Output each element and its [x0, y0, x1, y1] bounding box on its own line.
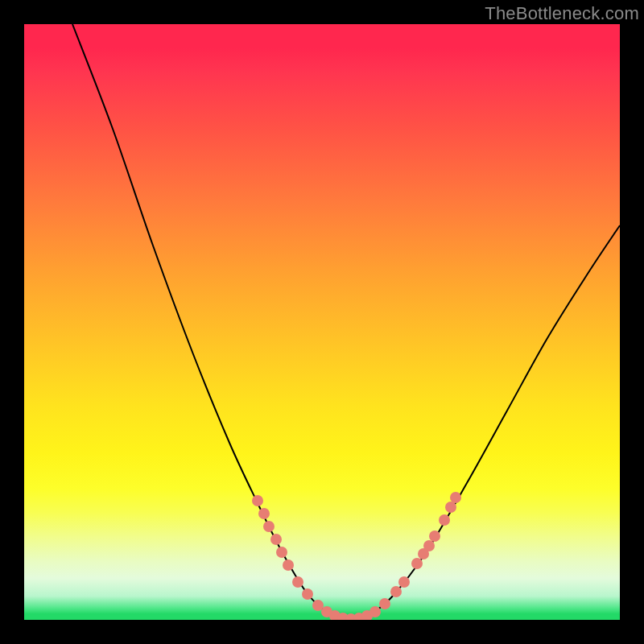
- left-cluster-dots: [252, 495, 313, 600]
- data-point: [429, 530, 440, 542]
- data-point: [390, 586, 402, 597]
- chart-container: TheBottleneck.com: [0, 0, 644, 644]
- curve-layer: [24, 24, 620, 620]
- data-point: [258, 508, 270, 519]
- data-point: [292, 576, 303, 588]
- data-point: [450, 492, 461, 503]
- data-point: [302, 588, 313, 600]
- data-point: [439, 514, 450, 526]
- data-point: [379, 598, 390, 609]
- data-point: [276, 547, 287, 558]
- right-cluster-dots: [390, 492, 461, 597]
- data-point: [263, 521, 275, 532]
- data-point: [445, 502, 456, 513]
- bottleneck-curve: [72, 24, 620, 619]
- data-point: [398, 576, 410, 588]
- data-point: [252, 495, 263, 506]
- watermark-text: TheBottleneck.com: [485, 3, 639, 24]
- data-point: [369, 606, 381, 617]
- data-point: [423, 540, 435, 551]
- data-point: [411, 558, 423, 569]
- data-point: [270, 534, 282, 545]
- bottom-cluster-dots: [312, 598, 390, 620]
- plot-area: [24, 24, 620, 620]
- data-point: [283, 559, 294, 571]
